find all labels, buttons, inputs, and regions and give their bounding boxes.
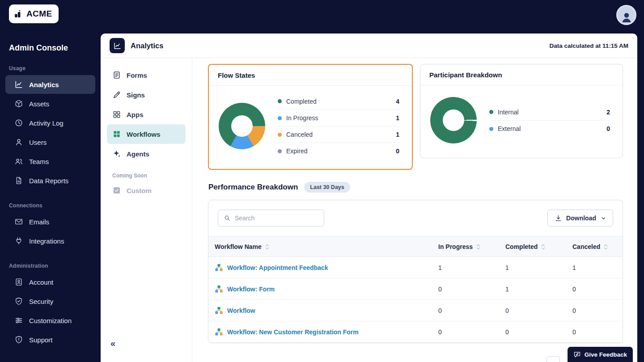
cell-canceled: 0: [572, 300, 623, 321]
user-avatar[interactable]: [616, 5, 636, 25]
brand-name: ACME: [26, 9, 52, 19]
acme-logo[interactable]: ACME: [9, 4, 59, 23]
teams-icon: [14, 157, 23, 166]
security-icon: [14, 297, 23, 306]
customization-icon: [14, 316, 23, 325]
sidebar-item-label: Security: [29, 298, 53, 305]
workflow-icon: [215, 328, 223, 336]
account-icon: [14, 278, 23, 286]
sidebar-item-support[interactable]: Support: [5, 330, 95, 349]
cell-completed: 0: [505, 321, 572, 343]
legend-label: Canceled: [286, 131, 313, 138]
cell-in-progress: 0: [438, 300, 505, 321]
forms-icon: [112, 71, 121, 80]
table-header-row: Workflow Name In Progress Completed Canc…: [208, 236, 623, 257]
subnav-item-label: Workflows: [127, 130, 161, 138]
workflow-link[interactable]: Workflow: Form: [227, 286, 275, 293]
sidebar-item-account[interactable]: Account: [5, 273, 95, 291]
data-calculated-timestamp: Data calculated at 11:15 AM: [549, 42, 628, 49]
subnav-item-workflows[interactable]: Workflows: [107, 124, 186, 144]
legend-label: Internal: [498, 109, 519, 116]
legend-dot-in-progress: [278, 116, 282, 120]
legend-dot-internal: [489, 110, 493, 114]
sidebar-item-label: Support: [29, 336, 53, 344]
legend-dot-expired: [278, 149, 282, 153]
workflow-icon: [215, 306, 223, 315]
sidebar-item-integrations[interactable]: Integrations: [5, 232, 95, 250]
sidebar-item-emails[interactable]: Emails: [5, 212, 95, 231]
sidebar-item-customization[interactable]: Customization: [5, 311, 95, 330]
subnav-item-signs[interactable]: Signs: [107, 85, 186, 105]
pagination-control-cutoff[interactable]: [547, 356, 560, 362]
download-button[interactable]: Download: [547, 210, 613, 227]
activity-log-icon: [14, 118, 23, 127]
sidebar-item-activity-log[interactable]: Activity Log: [5, 114, 95, 132]
sidebar-item-teams[interactable]: Teams: [5, 152, 95, 171]
acme-logo-icon: [13, 9, 23, 19]
cell-completed: 1: [505, 278, 572, 300]
legend-value: 0: [396, 147, 399, 155]
col-workflow-name[interactable]: Workflow Name: [208, 236, 438, 257]
legend-row-canceled: Canceled 1: [278, 126, 399, 143]
assets-icon: [14, 99, 23, 108]
data-reports-icon: [14, 176, 23, 185]
sidebar-item-assets[interactable]: Assets: [5, 94, 95, 113]
download-icon: [555, 215, 562, 222]
workflow-icon: [215, 263, 223, 272]
workflow-link[interactable]: Workflow: Appointment Feedback: [227, 264, 328, 271]
subnav-item-label: Forms: [127, 72, 147, 79]
sidebar-item-label: Assets: [29, 100, 49, 108]
collapse-sidebar-button[interactable]: «: [110, 338, 115, 349]
workflow-link[interactable]: Workflow: New Customer Registration Form: [227, 328, 359, 336]
col-canceled[interactable]: Canceled: [572, 236, 623, 257]
sort-icon[interactable]: [475, 244, 481, 250]
chevron-down-icon: [601, 216, 606, 221]
sidebar-item-label: Customization: [29, 317, 72, 324]
sidebar-item-data-reports[interactable]: Data Reports: [5, 171, 95, 190]
last-30-days-badge: Last 30 Days: [304, 182, 350, 193]
table-row: Workflow 0 0 0: [208, 300, 623, 321]
sort-icon[interactable]: [264, 244, 270, 250]
legend-row-internal: Internal 2: [489, 104, 610, 120]
sort-icon[interactable]: [603, 244, 609, 250]
cell-in-progress: 1: [438, 257, 505, 278]
workflow-link[interactable]: Workflow: [227, 307, 255, 314]
flow-states-card: Flow States Completed 4 In Progress: [208, 64, 413, 170]
workflows-icon: [112, 130, 121, 139]
search-box[interactable]: [218, 210, 324, 227]
main-panel: Analytics Data calculated at 11:15 AM Fo…: [101, 34, 637, 362]
legend-value: 0: [606, 125, 610, 132]
sidebar-item-users[interactable]: Users: [5, 133, 95, 152]
subnav-item-agents[interactable]: Agents: [107, 144, 186, 164]
analytics-header-icon-box: [110, 38, 125, 53]
subnav-item-apps[interactable]: Apps: [107, 105, 186, 124]
legend-label: External: [498, 125, 521, 132]
sidebar-item-security[interactable]: Security: [5, 292, 95, 311]
subnav-item-forms[interactable]: Forms: [107, 65, 186, 85]
participant-legend: Internal 2 External 0: [489, 104, 610, 137]
give-feedback-button[interactable]: Give Feedback: [567, 346, 634, 362]
search-input[interactable]: [235, 215, 318, 222]
sort-icon[interactable]: [540, 244, 546, 250]
legend-row-completed: Completed 4: [278, 93, 399, 109]
col-completed[interactable]: Completed: [505, 236, 572, 257]
cell-canceled: 0: [572, 278, 623, 300]
cell-completed: 1: [505, 257, 572, 278]
integrations-icon: [14, 236, 23, 245]
column-label: Workflow Name: [215, 243, 262, 250]
panel-header: Analytics Data calculated at 11:15 AM: [101, 34, 637, 58]
flow-states-donut-chart: [219, 103, 265, 149]
cell-completed: 0: [505, 300, 572, 321]
participant-breakdown-card: Participant Breakdown Internal 2 Ext: [420, 64, 623, 158]
section-label-administration: Administration: [9, 263, 101, 269]
legend-dot-external: [489, 127, 493, 131]
participant-donut-chart: [430, 97, 477, 143]
sidebar-item-label: Account: [29, 278, 53, 286]
feedback-icon: [573, 351, 581, 358]
analytics-chart-icon: [113, 42, 122, 50]
search-icon: [224, 215, 231, 222]
cell-canceled: 0: [572, 321, 623, 343]
col-in-progress[interactable]: In Progress: [438, 236, 505, 257]
console-title: Admin Console: [9, 43, 101, 53]
sidebar-item-analytics[interactable]: Analytics: [5, 75, 95, 94]
